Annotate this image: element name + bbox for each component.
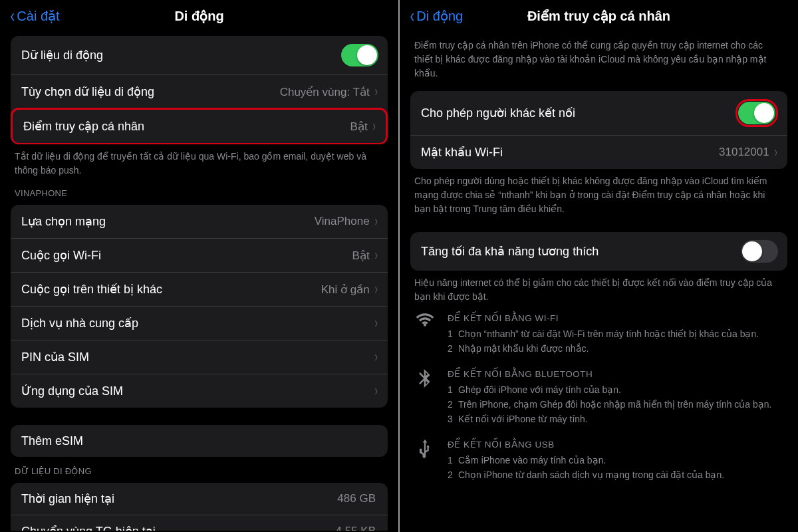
wifi-icon <box>414 312 436 356</box>
network-selection-value: VinaPhone <box>315 215 370 228</box>
chevron-left-icon: ‹ <box>10 7 15 25</box>
chevron-left-icon: ‹ <box>410 7 414 25</box>
chevron-right-icon: › <box>774 144 777 161</box>
bt-step-1: Ghép đôi iPhone với máy tính của bạn. <box>458 383 621 398</box>
data-options-label: Tùy chọn dữ liệu di động <box>21 84 280 99</box>
current-period-row[interactable]: Thời gian hiện tại 486 GB <box>11 483 388 515</box>
back-label: Cài đặt <box>17 8 59 24</box>
chevron-right-icon: › <box>374 213 377 230</box>
network-selection-row[interactable]: Lựa chọn mạng VinaPhone › <box>11 205 388 238</box>
bt-step-3: Kết nối với iPhone từ máy tính. <box>458 412 588 427</box>
chevron-right-icon: › <box>374 348 377 366</box>
compat-group: Tăng tối đa khả năng tương thích <box>410 232 787 271</box>
page-title: Di động <box>1 8 397 24</box>
wifi-instructions: ĐỂ KẾT NỐI BẰNG WI-FI 1Chọn “nthanh” từ … <box>401 305 797 361</box>
mobile-data-label: Dữ liệu di động <box>21 48 341 63</box>
left-screen: ‹ Cài đặt Di động Dữ liệu di động Tùy ch… <box>0 0 398 532</box>
usb-instructions-head: ĐỂ KẾT NỐI BẰNG USB <box>448 438 724 452</box>
back-label: Di động <box>416 8 463 24</box>
maximize-compat-label: Tăng tối đa khả năng tương thích <box>421 244 741 259</box>
mobile-data-group: Dữ liệu di động Tùy chọn dữ liệu di động… <box>11 36 388 144</box>
sim-pin-row[interactable]: PIN của SIM › <box>11 340 388 374</box>
right-screen: ‹ Di động Điểm truy cập cá nhân Điểm tru… <box>400 0 798 532</box>
wifi-password-label: Mật khẩu Wi-Fi <box>421 145 719 160</box>
carrier-services-label: Dịch vụ nhà cung cấp <box>21 316 372 331</box>
data-options-value: Chuyển vùng: Tắt <box>280 85 370 99</box>
wifi-instructions-head: ĐỂ KẾT NỐI BẰNG WI-FI <box>448 312 759 326</box>
usb-step-2: Chọn iPhone từ danh sách dịch vụ mạng tr… <box>458 468 724 483</box>
nav-bar: ‹ Cài đặt Di động <box>1 1 397 33</box>
carrier-header: VINAPHONE <box>1 179 397 202</box>
personal-hotspot-row[interactable]: Điểm truy cập cá nhân Bật › <box>11 108 388 144</box>
calls-other-label: Cuộc gọi trên thiết bị khác <box>21 282 321 297</box>
personal-hotspot-value: Bật <box>350 120 368 134</box>
mobile-data-toggle[interactable] <box>341 44 378 66</box>
data-options-row[interactable]: Tùy chọn dữ liệu di động Chuyển vùng: Tắ… <box>11 74 388 108</box>
add-esim-row[interactable]: Thêm eSIM <box>11 425 388 457</box>
allow-others-toggle[interactable] <box>738 102 775 124</box>
chevron-right-icon: › <box>374 281 377 298</box>
roaming-value: 4,55 KB <box>336 525 376 533</box>
back-button[interactable]: ‹ Cài đặt <box>9 7 60 25</box>
allow-others-footer: Cho phép người dùng hoặc thiết bị khác k… <box>401 169 797 217</box>
calls-other-value: Khi ở gần <box>321 283 370 297</box>
wifi-step-1: Chọn “nthanh” từ cài đặt Wi-Fi trên máy … <box>458 327 759 342</box>
bluetooth-instructions-head: ĐỂ KẾT NỐI BẰNG BLUETOOTH <box>448 368 772 382</box>
chevron-right-icon: › <box>374 315 377 332</box>
network-selection-label: Lựa chọn mạng <box>21 214 315 229</box>
wifi-calling-value: Bật <box>352 249 370 263</box>
add-esim-label: Thêm eSIM <box>21 434 378 448</box>
carrier-group: Lựa chọn mạng VinaPhone › Cuộc gọi Wi-Fi… <box>11 205 388 408</box>
mobile-data-footer: Tắt dữ liệu di động để truyền tất cả dữ … <box>1 144 397 179</box>
hotspot-intro: Điểm truy cập cá nhân trên iPhone có thể… <box>401 33 797 88</box>
bluetooth-icon <box>414 368 436 426</box>
current-period-value: 486 GB <box>337 492 376 505</box>
chevron-right-icon: › <box>374 83 377 100</box>
roaming-period-row[interactable]: Chuyển vùng TG hiện tại 4,55 KB <box>11 515 388 532</box>
roaming-label: Chuyển vùng TG hiện tại <box>21 524 336 533</box>
carrier-services-row[interactable]: Dịch vụ nhà cung cấp › <box>11 306 388 340</box>
allow-others-label: Cho phép người khác kết nối <box>421 106 735 120</box>
usb-instructions: ĐỂ KẾT NỐI BẰNG USB 1Cắm iPhone vào máy … <box>401 432 797 487</box>
mobile-data-row[interactable]: Dữ liệu di động <box>11 36 388 74</box>
wifi-password-value: 31012001 <box>719 146 769 159</box>
chevron-right-icon: › <box>372 118 375 135</box>
sim-apps-row[interactable]: Ứng dụng của SIM › <box>11 374 388 408</box>
sim-pin-label: PIN của SIM <box>21 350 372 364</box>
wifi-step-2: Nhập mật khẩu khi được nhắc. <box>458 342 589 356</box>
usage-header: DỮ LIỆU DI ĐỘNG <box>1 457 397 480</box>
wifi-password-row[interactable]: Mật khẩu Wi-Fi 31012001 › <box>410 135 787 169</box>
maximize-compat-row[interactable]: Tăng tối đa khả năng tương thích <box>410 232 787 271</box>
allow-others-highlight <box>735 99 778 127</box>
esim-group: Thêm eSIM <box>11 425 388 457</box>
wifi-calling-label: Cuộc gọi Wi-Fi <box>21 248 352 263</box>
allow-others-row[interactable]: Cho phép người khác kết nối <box>410 91 787 135</box>
back-button[interactable]: ‹ Di động <box>409 7 463 25</box>
maximize-compat-toggle[interactable] <box>741 240 778 263</box>
calls-on-other-devices-row[interactable]: Cuộc gọi trên thiết bị khác Khi ở gần › <box>11 272 388 306</box>
sim-apps-label: Ứng dụng của SIM <box>21 384 372 398</box>
personal-hotspot-label: Điểm truy cập cá nhân <box>23 119 350 134</box>
compat-footer: Hiệu năng internet có thể bị giảm cho cá… <box>401 271 797 305</box>
nav-bar: ‹ Di động Điểm truy cập cá nhân <box>401 1 797 33</box>
wifi-calling-row[interactable]: Cuộc gọi Wi-Fi Bật › <box>11 238 388 272</box>
hotspot-group: Cho phép người khác kết nối Mật khẩu Wi-… <box>410 91 787 169</box>
usage-group: Thời gian hiện tại 486 GB Chuyển vùng TG… <box>11 483 388 532</box>
bt-step-2: Trên iPhone, chạm Ghép đôi hoặc nhập mã … <box>458 398 772 412</box>
chevron-right-icon: › <box>374 247 377 264</box>
current-period-label: Thời gian hiện tại <box>21 491 337 506</box>
usb-step-1: Cắm iPhone vào máy tính của bạn. <box>458 454 606 468</box>
chevron-right-icon: › <box>374 382 377 400</box>
usb-icon <box>414 438 436 482</box>
bluetooth-instructions: ĐỂ KẾT NỐI BẰNG BLUETOOTH 1Ghép đôi iPho… <box>401 361 797 432</box>
